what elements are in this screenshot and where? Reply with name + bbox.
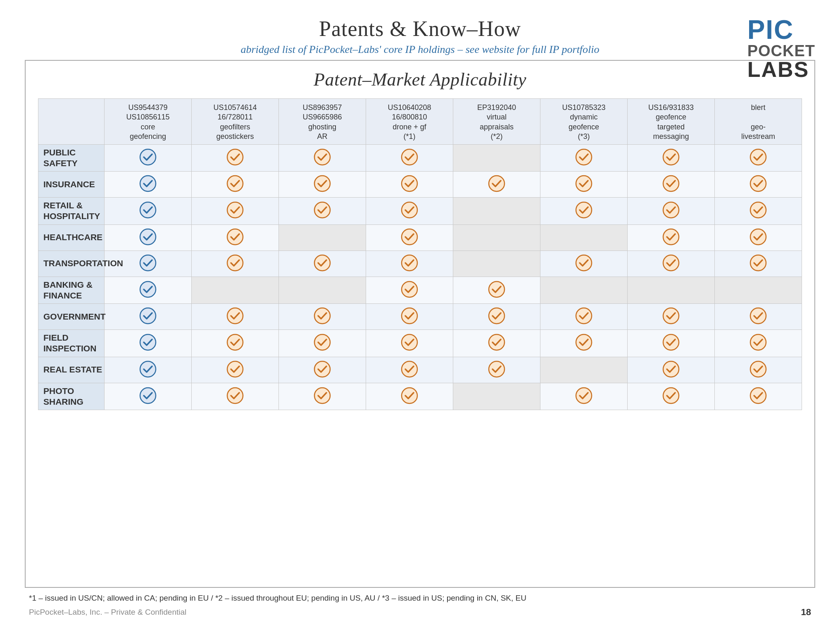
row-label: REAL ESTATE — [38, 357, 105, 383]
check-cell — [540, 277, 628, 304]
page-subtitle: abridged list of PicPocket–Labs' core IP… — [25, 43, 815, 56]
table-row: RETAIL &HOSPITALITY — [38, 198, 802, 225]
row-label: PUBLIC SAFETY — [38, 144, 105, 172]
check-cell — [279, 251, 366, 277]
table-row: TRANSPORTATION — [38, 251, 802, 277]
check-cell — [715, 251, 802, 277]
main-box: Patent–Market Applicability US9544379US1… — [25, 60, 815, 588]
svg-point-24 — [402, 229, 417, 245]
table-row: FIELDINSPECTION — [38, 330, 802, 357]
check-cell — [105, 198, 192, 225]
header-cell-2: US1057461416/728011geofiltersgeostickers — [192, 99, 279, 145]
check-cell — [453, 224, 540, 251]
svg-point-29 — [314, 255, 330, 271]
check-cell — [366, 383, 453, 410]
svg-point-8 — [227, 176, 243, 191]
svg-point-51 — [663, 334, 679, 350]
header-cell-8: blertgeo-livestream — [715, 99, 802, 145]
svg-point-48 — [402, 334, 417, 350]
check-cell — [715, 357, 802, 383]
check-cell — [279, 304, 366, 330]
check-cell — [628, 357, 715, 383]
svg-point-5 — [663, 149, 679, 165]
svg-point-26 — [750, 229, 766, 245]
svg-point-50 — [576, 334, 592, 350]
check-cell — [105, 304, 192, 330]
svg-point-2 — [314, 149, 330, 165]
check-cell — [540, 224, 628, 251]
svg-point-38 — [227, 308, 243, 324]
page: Patents & Know–How abridged list of PicP… — [0, 0, 840, 630]
svg-point-25 — [663, 229, 679, 245]
svg-point-23 — [227, 229, 243, 245]
check-cell — [628, 330, 715, 357]
row-label: FIELDINSPECTION — [38, 330, 105, 357]
header-cell-1: US9544379US10856115coregeofencing — [105, 99, 192, 145]
table-row: PUBLIC SAFETY — [38, 144, 802, 172]
table-row: HEALTHCARE — [38, 224, 802, 251]
svg-point-1 — [227, 149, 243, 165]
check-cell — [453, 172, 540, 198]
check-cell — [366, 304, 453, 330]
svg-point-54 — [227, 361, 243, 377]
check-cell — [628, 277, 715, 304]
svg-point-16 — [227, 202, 243, 218]
check-cell — [279, 277, 366, 304]
check-cell — [540, 383, 628, 410]
svg-point-33 — [750, 255, 766, 271]
table-wrapper: US9544379US10856115coregeofencing US1057… — [38, 98, 802, 579]
svg-point-3 — [402, 149, 417, 165]
check-cell — [453, 251, 540, 277]
check-cell — [715, 330, 802, 357]
svg-point-37 — [140, 308, 156, 324]
svg-point-27 — [140, 255, 156, 271]
applicability-table: US9544379US10856115coregeofencing US1057… — [38, 98, 802, 410]
check-cell — [105, 144, 192, 172]
check-cell — [715, 277, 802, 304]
check-cell — [453, 383, 540, 410]
svg-point-53 — [140, 361, 156, 377]
check-cell — [192, 277, 279, 304]
check-cell — [453, 144, 540, 172]
check-cell — [366, 172, 453, 198]
row-label: BANKING &FINANCE — [38, 277, 105, 304]
check-cell — [540, 304, 628, 330]
check-cell — [628, 172, 715, 198]
check-cell — [715, 304, 802, 330]
check-cell — [628, 304, 715, 330]
check-cell — [192, 198, 279, 225]
header: Patents & Know–How abridged list of PicP… — [25, 17, 815, 56]
svg-point-21 — [750, 202, 766, 218]
check-cell — [715, 224, 802, 251]
check-cell — [453, 330, 540, 357]
svg-point-52 — [750, 334, 766, 350]
check-cell — [628, 198, 715, 225]
svg-point-66 — [750, 388, 766, 403]
svg-point-45 — [140, 334, 156, 350]
svg-point-65 — [663, 388, 679, 403]
check-cell — [192, 172, 279, 198]
check-cell — [105, 172, 192, 198]
table-row: REAL ESTATE — [38, 357, 802, 383]
check-cell — [366, 330, 453, 357]
footer-note: *1 – issued in US/CN; allowed in CA; pen… — [25, 594, 815, 603]
svg-point-49 — [489, 334, 504, 350]
svg-point-59 — [750, 361, 766, 377]
svg-point-39 — [314, 308, 330, 324]
logo-pocket: POCKET — [747, 43, 815, 59]
svg-point-42 — [576, 308, 592, 324]
table-header-row: US9544379US10856115coregeofencing US1057… — [38, 99, 802, 145]
check-cell — [366, 277, 453, 304]
header-cell-4: US1064020816/800810drone + gf(*1) — [366, 99, 453, 145]
check-cell — [366, 144, 453, 172]
check-cell — [540, 172, 628, 198]
svg-point-4 — [576, 149, 592, 165]
header-cell-3: US8963957US9665986ghostingAR — [279, 99, 366, 145]
page-number: 18 — [801, 607, 811, 618]
check-cell — [628, 383, 715, 410]
row-label: PHOTO SHARING — [38, 383, 105, 410]
svg-point-6 — [750, 149, 766, 165]
svg-point-12 — [576, 176, 592, 191]
svg-point-13 — [663, 176, 679, 191]
check-cell — [192, 304, 279, 330]
